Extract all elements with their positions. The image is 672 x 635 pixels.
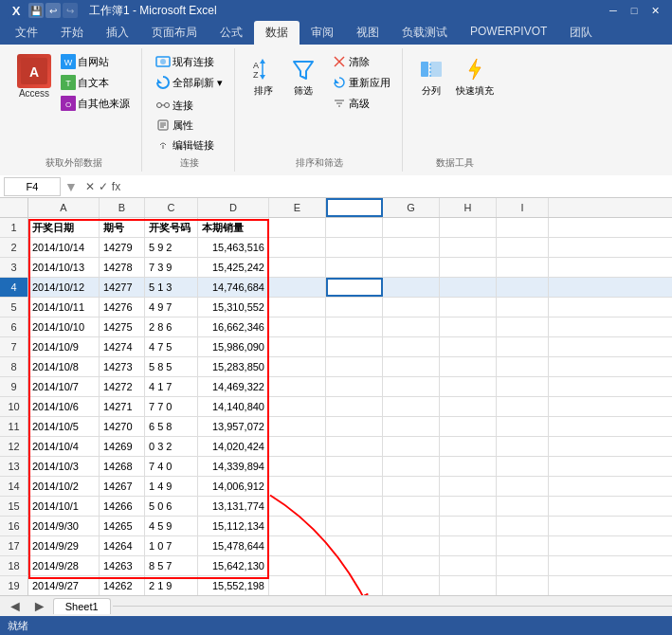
cell-1-H[interactable] [440,218,497,237]
cell-11-E[interactable] [269,417,326,436]
cell-12-B[interactable]: 14269 [100,437,145,456]
sort-az-button[interactable]: A Z 排序 [245,52,282,100]
cell-6-I[interactable] [497,318,549,336]
cell-4-I[interactable] [497,278,549,297]
cell-9-I[interactable] [497,377,549,396]
cell-16-H[interactable] [440,517,497,535]
cell-5-B[interactable]: 14276 [100,298,145,317]
cell-12-F[interactable] [326,437,383,456]
save-icon[interactable]: 💾 [28,3,44,18]
col-header-c[interactable]: C [145,198,198,217]
cell-17-I[interactable] [497,536,549,555]
cell-2-A[interactable]: 2014/10/14 [28,238,100,257]
cell-15-B[interactable]: 14266 [100,497,145,516]
cell-7-E[interactable] [269,337,326,356]
cell-9-A[interactable]: 2014/10/7 [28,377,100,396]
cell-13-D[interactable]: 14,339,894 [198,457,269,476]
cell-17-C[interactable]: 1 0 7 [145,536,198,555]
cell-7-D[interactable]: 15,986,090 [198,337,269,356]
cell-7-A[interactable]: 2014/10/9 [28,337,100,356]
cell-5-H[interactable] [440,298,497,317]
cell-5-G[interactable] [383,298,440,317]
cancel-formula-icon[interactable]: ✕ [85,180,95,193]
cell-4-C[interactable]: 5 1 3 [145,278,198,297]
cell-5-F[interactable] [326,298,383,317]
cell-15-C[interactable]: 5 0 6 [145,497,198,516]
cell-7-B[interactable]: 14274 [100,337,145,356]
cell-9-C[interactable]: 4 1 7 [145,377,198,396]
cell-15-F[interactable] [326,497,383,516]
cell-2-B[interactable]: 14279 [100,238,145,257]
cell-15-G[interactable] [383,497,440,516]
cell-4-A[interactable]: 2014/10/12 [28,278,100,297]
confirm-formula-icon[interactable]: ✓ [99,180,108,193]
cell-11-D[interactable]: 13,957,072 [198,417,269,436]
cell-3-E[interactable] [269,258,326,277]
col-header-f[interactable]: F [326,198,383,217]
cell-4-F[interactable] [326,278,383,297]
col-header-a[interactable]: A [28,198,100,217]
cell-13-H[interactable] [440,457,497,476]
cell-19-B[interactable]: 14262 [100,576,145,595]
cell-2-C[interactable]: 5 9 2 [145,238,198,257]
cell-11-G[interactable] [383,417,440,436]
cell-8-I[interactable] [497,357,549,376]
cell-16-D[interactable]: 15,112,134 [198,517,269,535]
cell-10-I[interactable] [497,397,549,416]
cell-11-I[interactable] [497,417,549,436]
cell-3-I[interactable] [497,258,549,277]
cell-19-A[interactable]: 2014/9/27 [28,576,100,595]
cell-11-A[interactable]: 2014/10/5 [28,417,100,436]
cell-14-G[interactable] [383,477,440,496]
cell-10-F[interactable] [326,397,383,416]
cell-8-G[interactable] [383,357,440,376]
name-box[interactable] [4,177,61,196]
col-header-d[interactable]: D [198,198,269,217]
cell-3-D[interactable]: 15,425,242 [198,258,269,277]
cell-19-I[interactable] [497,576,549,595]
cell-2-F[interactable] [326,238,383,257]
cell-18-B[interactable]: 14263 [100,556,145,575]
cell-9-H[interactable] [440,377,497,396]
other-sources-button[interactable]: O 自其他来源 [57,94,134,113]
cell-2-E[interactable] [269,238,326,257]
cell-18-G[interactable] [383,556,440,575]
cell-11-B[interactable]: 14270 [100,417,145,436]
cell-13-F[interactable] [326,457,383,476]
cell-5-I[interactable] [497,298,549,317]
cell-1-A[interactable]: 开奖日期 [28,218,100,237]
cell-19-D[interactable]: 15,552,198 [198,576,269,595]
cell-15-D[interactable]: 13,131,774 [198,497,269,516]
cell-8-C[interactable]: 5 8 5 [145,357,198,376]
cell-17-F[interactable] [326,536,383,555]
sheet-scroll-left[interactable]: ◄ [4,598,27,615]
cell-10-G[interactable] [383,397,440,416]
cell-12-C[interactable]: 0 3 2 [145,437,198,456]
cell-2-H[interactable] [440,238,497,257]
cell-1-C[interactable]: 开奖号码 [145,218,198,237]
cell-7-G[interactable] [383,337,440,356]
cell-15-I[interactable] [497,497,549,516]
cell-18-C[interactable]: 8 5 7 [145,556,198,575]
cell-16-A[interactable]: 2014/9/30 [28,517,100,535]
cell-18-F[interactable] [326,556,383,575]
cell-12-E[interactable] [269,437,326,456]
insert-function-icon[interactable]: fx [112,180,120,193]
cell-4-E[interactable] [269,278,326,297]
tab-review[interactable]: 审阅 [300,21,345,45]
cell-6-F[interactable] [326,318,383,336]
tab-insert[interactable]: 插入 [95,21,140,45]
cell-14-H[interactable] [440,477,497,496]
cell-17-A[interactable]: 2014/9/29 [28,536,100,555]
cell-1-I[interactable] [497,218,549,237]
text-button[interactable]: T 自文本 [57,73,134,92]
cell-17-G[interactable] [383,536,440,555]
cell-14-D[interactable]: 14,006,912 [198,477,269,496]
maximize-button[interactable]: □ [625,3,644,18]
cell-3-F[interactable] [326,258,383,277]
properties-button[interactable]: 属性 [152,116,218,135]
cell-19-F[interactable] [326,576,383,595]
tab-home[interactable]: 开始 [49,21,95,45]
cell-16-B[interactable]: 14265 [100,517,145,535]
cell-17-H[interactable] [440,536,497,555]
